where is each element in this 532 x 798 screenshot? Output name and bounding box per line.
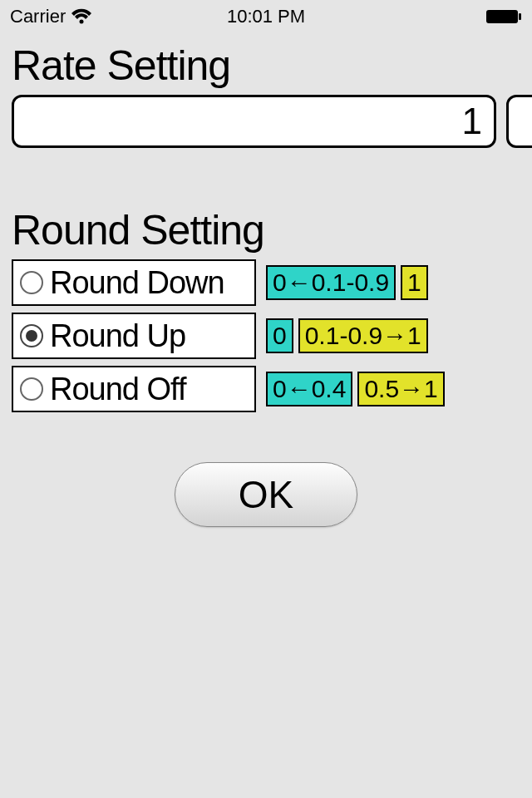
round-label: Round Down: [50, 265, 224, 301]
chips-up: 0 0.1-0.9→1: [266, 318, 428, 353]
round-option-down[interactable]: Round Down: [12, 259, 256, 306]
status-bar: Carrier 10:01 PM: [0, 0, 532, 33]
wifi-icon: [71, 8, 92, 25]
radio-icon: [20, 271, 43, 294]
round-label: Round Up: [50, 318, 185, 354]
chip: 0.1-0.9→1: [298, 318, 428, 353]
carrier-label: Carrier: [10, 6, 66, 27]
round-row-off: Round Off 0←0.4 0.5→1: [12, 366, 520, 412]
radio-icon: [20, 377, 43, 401]
chip: 0: [266, 318, 293, 353]
ok-button[interactable]: OK: [175, 462, 357, 527]
chip: 0.5→1: [357, 372, 444, 406]
rate-setting-title: Rate Setting: [12, 42, 520, 90]
battery-icon: [485, 8, 522, 25]
chip: 0←0.1-0.9: [266, 265, 396, 300]
rate-row: [12, 95, 520, 148]
round-setting-title: Round Setting: [12, 206, 520, 254]
rate-input-1[interactable]: [12, 95, 496, 148]
round-option-up[interactable]: Round Up: [12, 313, 256, 359]
radio-icon: [20, 324, 43, 347]
round-option-off[interactable]: Round Off: [12, 366, 256, 412]
chips-down: 0←0.1-0.9 1: [266, 265, 428, 300]
round-row-up: Round Up 0 0.1-0.9→1: [12, 313, 520, 359]
rate-input-2[interactable]: [506, 95, 532, 148]
svg-point-0: [80, 20, 84, 24]
svg-rect-2: [519, 13, 521, 20]
status-left: Carrier: [10, 6, 92, 27]
chip: 1: [401, 265, 428, 300]
chip: 0←0.4: [266, 372, 352, 406]
round-row-down: Round Down 0←0.1-0.9 1: [12, 259, 520, 306]
svg-rect-1: [486, 10, 518, 23]
chips-off: 0←0.4 0.5→1: [266, 372, 445, 406]
status-right: [485, 8, 522, 25]
status-time: 10:01 PM: [227, 6, 305, 27]
round-options-list: Round Down 0←0.1-0.9 1 Round Up 0 0.1-0.…: [12, 259, 520, 412]
round-label: Round Off: [50, 372, 186, 407]
ok-button-wrap: OK: [12, 462, 520, 527]
